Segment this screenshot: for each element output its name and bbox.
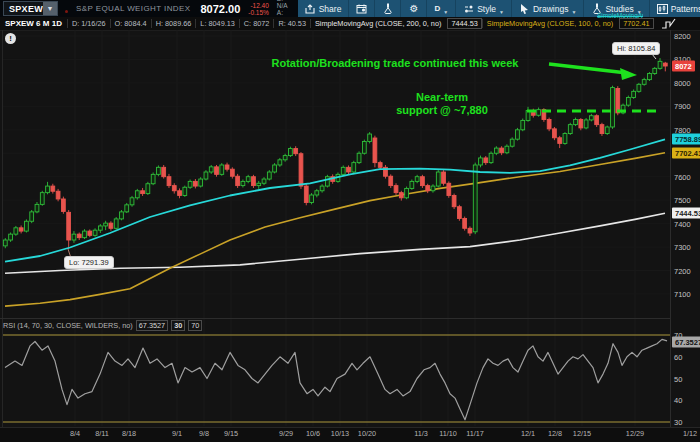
price-axis-tick: 7200 — [674, 267, 691, 276]
change-percent: -0.15% — [248, 9, 269, 16]
x-axis-label: 12/15 — [573, 429, 591, 438]
info-circle-icon[interactable]: ! — [5, 33, 16, 44]
sma50-line[interactable] — [5, 139, 665, 261]
price-axis-tick: 7900 — [674, 102, 691, 111]
rsi-legend[interactable]: RSI (14, 70, 30, CLOSE, WILDERS, no) — [3, 321, 133, 330]
chevron-down-icon: ▼ — [499, 9, 504, 15]
sma200-value: 7444.53 — [447, 18, 481, 29]
high-price-tooltip: Hi: 8105.84 — [612, 42, 660, 55]
annotation-rotation-note[interactable]: Rotation/Broadening trade continued this… — [240, 57, 550, 69]
price-axis-tick: 8200 — [674, 32, 691, 41]
price-axis-badge: 7758.89 — [672, 134, 700, 145]
analyze-button[interactable] — [375, 0, 401, 17]
rsi-axis-tick: 50 — [674, 375, 682, 384]
price-change: -12.40 -0.15% — [248, 2, 269, 16]
field-date: D: 1/16/26 — [67, 19, 110, 28]
grid-layer — [3, 30, 670, 426]
arrow-line — [549, 64, 627, 73]
drawings-layer[interactable] — [68, 54, 660, 258]
x-axis-label: 9/29 — [279, 429, 293, 438]
rsi-pane[interactable] — [3, 335, 670, 422]
style-button[interactable]: Style ▼ — [456, 0, 512, 17]
price-axis-tick: 7600 — [674, 173, 691, 182]
clipped-sma-legend-fragment: SimpleMovingAvg — [597, 13, 643, 18]
trading-platform-window: SPXEW ▼ S&P EQUAL WEIGHT INDEX 8072.00 -… — [0, 0, 700, 442]
rsi-axis-tick: 60 — [674, 353, 682, 362]
top-toolbar: SPXEW ▼ S&P EQUAL WEIGHT INDEX 8072.00 -… — [0, 0, 700, 17]
chart-header: SPXEW 6 M 1D D: 1/16/26 O: 8084.4 H: 808… — [0, 17, 700, 31]
field-low: L: 8049.13 — [195, 19, 239, 28]
rsi-line — [5, 339, 667, 419]
field-range: R: 40.53 — [273, 19, 310, 28]
x-axis-label: 8/4 — [70, 429, 80, 438]
price-axis-tick: 7400 — [674, 220, 691, 229]
price-axis-tick: 8000 — [674, 79, 691, 88]
x-axis-label: 1/12 — [683, 429, 697, 438]
x-axis-label: 10/20 — [358, 429, 376, 438]
x-axis-label: 8/11 — [95, 429, 109, 438]
share-button[interactable]: Share — [298, 0, 350, 17]
price-axis-badge: 8072 — [672, 61, 695, 72]
annotation-support-note[interactable]: Near-term support @ ~7,880 — [360, 91, 524, 117]
sma200-legend[interactable]: SimpleMovingAvg (CLOSE, 200, 0, no) — [310, 19, 445, 28]
candlestick-pattern-icon — [657, 3, 668, 14]
x-axis-label: 8/18 — [122, 429, 136, 438]
x-axis-label: 10/6 — [306, 429, 320, 438]
low-price-tooltip: Lo: 7291.39 — [64, 256, 114, 269]
chart-title: SPXEW 6 M 1D — [0, 19, 67, 28]
symbol-value[interactable]: SPXEW — [4, 4, 43, 14]
price-axis-tick: 7100 — [674, 290, 691, 299]
timeframe-button[interactable]: D ▼ — [427, 0, 456, 17]
gear-icon: ⚙ — [408, 3, 419, 14]
rsi-header: RSI (14, 70, 30, CLOSE, WILDERS, no) 67.… — [3, 320, 202, 330]
x-axis-label: 11/10 — [439, 429, 457, 438]
x-axis-label: 11/3 — [414, 429, 428, 438]
chevron-down-icon: ▼ — [443, 9, 448, 15]
price-axis-badge: 7444.53 — [672, 208, 700, 219]
pane-borders — [0, 30, 671, 427]
price-axis-tick: 7500 — [674, 196, 691, 205]
x-axis-label: 11/17 — [466, 429, 484, 438]
x-axis-label: 9/1 — [172, 429, 182, 438]
calendar-icon — [356, 3, 367, 14]
rsi-upper-band-box: 70 — [188, 320, 202, 331]
sma100-line[interactable] — [5, 153, 665, 306]
rsi-axis-tick: 30 — [674, 418, 682, 427]
share-icon — [305, 3, 316, 14]
settings-button[interactable]: ⚙ — [401, 0, 427, 17]
calendar-button[interactable] — [349, 0, 375, 17]
patterns-button[interactable]: Patterns ▼ — [650, 0, 700, 17]
price-axis-tick: 7300 — [674, 243, 691, 252]
style-icon — [463, 3, 474, 14]
x-axis-label: 12/8 — [548, 429, 562, 438]
last-price: 8072.00 — [200, 3, 240, 15]
symbol-input[interactable]: SPXEW ▼ — [3, 1, 58, 16]
field-close: C: 8072 — [239, 19, 274, 28]
x-axis-label: 10/13 — [331, 429, 349, 438]
rsi-value-box: 67.3527 — [136, 320, 168, 331]
field-high: H: 8089.66 — [151, 19, 196, 28]
rsi-axis-badge: 67.3527 — [672, 337, 700, 348]
flask-icon — [382, 3, 393, 14]
cursor-icon — [519, 3, 530, 14]
symbol-dropdown-button[interactable]: ▼ — [43, 2, 57, 15]
change-value: -12.40 — [248, 2, 269, 9]
x-axis-label: 9/15 — [224, 429, 238, 438]
chevron-down-icon: ▼ — [571, 9, 576, 15]
rsi-lower-band-box: 30 — [171, 320, 185, 331]
candles-layer[interactable] — [3, 58, 667, 249]
x-axis-label: 9/8 — [199, 429, 209, 438]
x-axis-label: 12/29 — [626, 429, 644, 438]
timeframe-value: D — [434, 4, 440, 13]
arrow-head — [620, 68, 637, 80]
field-open: O: 8084.4 — [110, 19, 151, 28]
symbol-description: S&P EQUAL WEIGHT INDEX — [76, 4, 190, 13]
sma100-legend[interactable]: SimpleMovingAvg (CLOSE, 100, 0, no) — [482, 19, 617, 28]
rsi-axis-tick: 40 — [674, 396, 682, 405]
bid-value: B: N/A — [277, 0, 288, 9]
sma100-value: 7702.41 — [619, 18, 653, 29]
x-axis-label: 12/1 — [521, 429, 535, 438]
drawings-button[interactable]: Drawings ▼ — [512, 0, 584, 17]
price-axis-badge: 7702.41 — [672, 148, 700, 159]
